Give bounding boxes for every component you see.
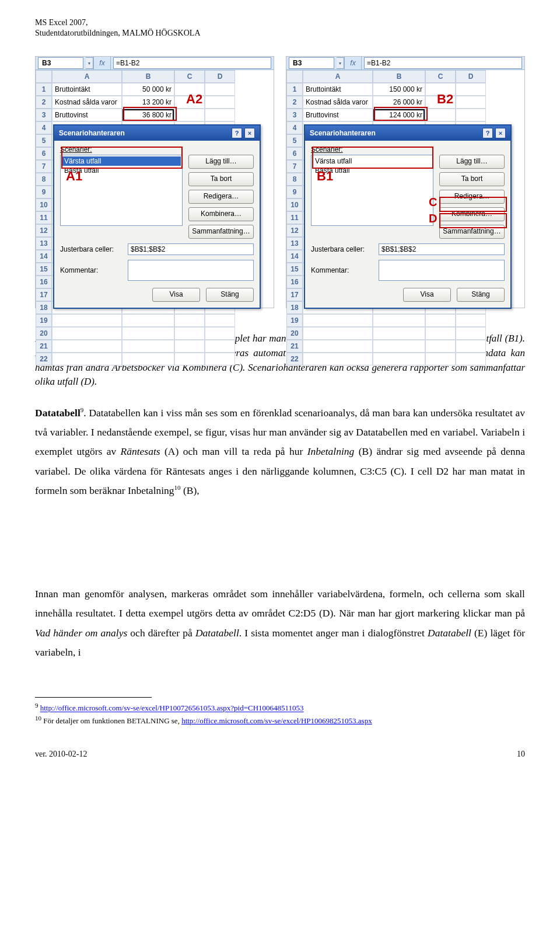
close-button[interactable]: Stäng xyxy=(206,288,254,302)
cell[interactable] xyxy=(303,353,373,365)
scenario-item[interactable]: Bästa utfall xyxy=(313,166,432,175)
corner-header[interactable] xyxy=(36,70,52,83)
row-header[interactable]: 12 xyxy=(286,224,303,237)
row-header[interactable]: 19 xyxy=(36,314,52,327)
edit-button[interactable]: Redigera… xyxy=(188,190,254,204)
row-header[interactable]: 19 xyxy=(286,314,303,327)
row-header[interactable]: 13 xyxy=(286,237,303,250)
row-header[interactable]: 17 xyxy=(286,288,303,301)
cell[interactable] xyxy=(456,340,486,353)
cell-selected[interactable]: 124 000 kr xyxy=(373,109,425,121)
cell[interactable] xyxy=(456,327,486,340)
name-box[interactable]: B3 xyxy=(289,57,334,69)
scenario-item[interactable]: Bästa utfall xyxy=(62,166,181,175)
row-header[interactable]: 6 xyxy=(286,147,303,160)
cell[interactable] xyxy=(174,327,205,340)
cell[interactable] xyxy=(174,83,205,96)
row-header[interactable]: 10 xyxy=(36,198,52,211)
summary-button[interactable]: Sammanfattning… xyxy=(439,225,505,239)
scenario-list[interactable]: Värsta utfall Bästa utfall xyxy=(311,155,433,226)
cell[interactable] xyxy=(456,314,486,327)
row-header[interactable]: 11 xyxy=(286,211,303,224)
row-header[interactable]: 17 xyxy=(36,288,52,301)
cell[interactable] xyxy=(373,327,425,340)
row-header[interactable]: 9 xyxy=(286,186,303,198)
row-header[interactable]: 14 xyxy=(36,250,52,263)
show-button[interactable]: Visa xyxy=(152,288,200,302)
scenario-item[interactable]: Värsta utfall xyxy=(62,156,181,166)
cell[interactable] xyxy=(456,109,486,121)
edit-button[interactable]: Redigera… xyxy=(439,190,505,204)
cell[interactable]: Bruttovinst xyxy=(52,109,122,121)
formula-input[interactable]: =B1-B2 xyxy=(364,57,522,69)
cell[interactable] xyxy=(456,353,486,365)
merge-button[interactable]: Kombinera… xyxy=(439,207,505,221)
cell[interactable] xyxy=(205,340,235,353)
scenario-item[interactable]: Värsta utfall xyxy=(313,156,432,166)
cell[interactable] xyxy=(205,353,235,365)
row-header[interactable]: 4 xyxy=(286,121,303,134)
row-header[interactable]: 6 xyxy=(36,147,52,160)
cell[interactable] xyxy=(205,83,235,96)
cell[interactable] xyxy=(456,96,486,109)
help-icon[interactable] xyxy=(482,128,493,138)
row-header[interactable]: 9 xyxy=(36,186,52,198)
comment-input[interactable] xyxy=(128,260,254,281)
row-header[interactable]: 5 xyxy=(36,134,52,147)
help-icon[interactable] xyxy=(232,128,242,138)
footnote-10-link[interactable]: http://office.microsoft.com/sv-se/excel/… xyxy=(181,716,372,725)
delete-button[interactable]: Ta bort xyxy=(188,172,254,186)
name-box[interactable]: B3 xyxy=(38,57,83,69)
cell[interactable]: Bruttointäkt xyxy=(52,83,122,96)
col-header-b[interactable]: B xyxy=(122,70,174,83)
row-header[interactable]: 20 xyxy=(36,327,52,340)
cell[interactable]: Kostnad sålda varor xyxy=(303,96,373,109)
cell[interactable] xyxy=(425,96,456,109)
cell[interactable]: 150 000 kr xyxy=(373,83,425,96)
close-button[interactable]: Stäng xyxy=(457,288,505,302)
cell[interactable] xyxy=(373,353,425,365)
row-header[interactable]: 16 xyxy=(36,276,52,288)
fx-icon[interactable]: fx xyxy=(344,57,362,69)
delete-button[interactable]: Ta bort xyxy=(439,172,505,186)
cell[interactable] xyxy=(425,314,456,327)
cell[interactable]: 50 000 kr xyxy=(122,83,174,96)
add-button[interactable]: Lägg till… xyxy=(439,155,505,169)
cell[interactable] xyxy=(425,327,456,340)
row-header[interactable]: 11 xyxy=(36,211,52,224)
close-icon[interactable] xyxy=(244,128,255,138)
cell[interactable] xyxy=(205,327,235,340)
col-header-b[interactable]: B xyxy=(373,70,425,83)
row-header[interactable]: 18 xyxy=(36,301,52,314)
summary-button[interactable]: Sammanfattning… xyxy=(188,225,254,239)
cell[interactable] xyxy=(122,327,174,340)
cell[interactable] xyxy=(205,96,235,109)
col-header-c[interactable]: C xyxy=(425,70,456,83)
cell[interactable] xyxy=(425,353,456,365)
footnote-9-link[interactable]: http://office.microsoft.com/sv-se/excel/… xyxy=(40,704,304,713)
add-button[interactable]: Lägg till… xyxy=(188,155,254,169)
row-header[interactable]: 15 xyxy=(36,263,52,276)
row-header[interactable]: 18 xyxy=(286,301,303,314)
cell[interactable] xyxy=(52,340,122,353)
cell[interactable] xyxy=(373,340,425,353)
cell[interactable] xyxy=(52,314,122,327)
formula-input[interactable]: =B1-B2 xyxy=(113,57,271,69)
cell[interactable] xyxy=(174,314,205,327)
cell[interactable] xyxy=(456,83,486,96)
changing-cells-input[interactable]: $B$1;$B$2 xyxy=(128,243,254,255)
corner-header[interactable] xyxy=(286,70,303,83)
row-header[interactable]: 2 xyxy=(36,96,52,109)
row-header[interactable]: 3 xyxy=(286,109,303,121)
cell[interactable] xyxy=(52,353,122,365)
cell[interactable] xyxy=(122,340,174,353)
close-icon[interactable] xyxy=(495,128,506,138)
cell-selected[interactable]: 36 800 kr xyxy=(122,109,174,121)
show-button[interactable]: Visa xyxy=(403,288,451,302)
cell[interactable] xyxy=(425,340,456,353)
row-header[interactable]: 20 xyxy=(286,327,303,340)
comment-input[interactable] xyxy=(379,260,505,281)
row-header[interactable]: 1 xyxy=(286,83,303,96)
cell[interactable] xyxy=(174,96,205,109)
row-header[interactable]: 16 xyxy=(286,276,303,288)
